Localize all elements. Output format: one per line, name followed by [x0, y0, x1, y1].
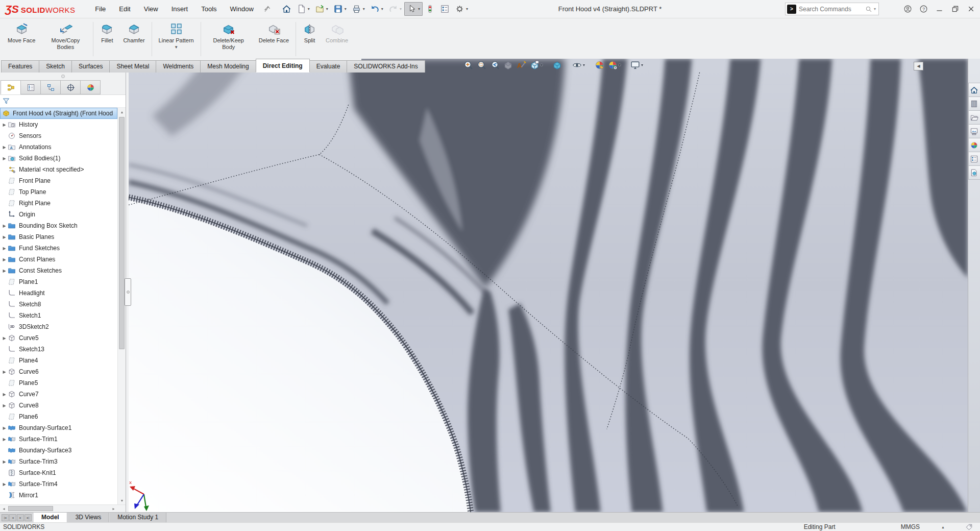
edit-appearance-button[interactable]: ▾: [593, 59, 606, 71]
expand-arrow-icon[interactable]: ▶: [1, 224, 8, 228]
feature-tree-item[interactable]: ▶ Headlight: [0, 287, 117, 299]
tree-horizontal-scrollbar[interactable]: ◂ ▸: [0, 504, 126, 512]
apply-scene-button[interactable]: ▾: [606, 59, 622, 71]
expand-arrow-icon[interactable]: ▶: [1, 336, 8, 341]
expand-arrow-icon[interactable]: ▶: [1, 403, 8, 408]
search-dropdown-caret[interactable]: ▾: [874, 7, 876, 11]
section-view-button[interactable]: ▾: [502, 59, 514, 71]
panel-splitter-grip[interactable]: [0, 73, 126, 80]
solidworks-resources-button[interactable]: [968, 165, 980, 180]
feature-tree-item[interactable]: ▶ Basic Planes: [0, 231, 117, 243]
expand-arrow-icon[interactable]: ▶: [1, 123, 8, 127]
expand-arrow-icon[interactable]: ▶: [1, 156, 8, 161]
feature-tree-item[interactable]: ▶ Boundary-Surface3: [0, 445, 117, 456]
feature-tree-item[interactable]: ▶ Const Sketches: [0, 265, 117, 276]
home-button[interactable]: ▾: [279, 2, 294, 16]
panel-collapse-handle[interactable]: [125, 278, 131, 306]
menu-item[interactable]: Insert: [165, 1, 195, 18]
ribbon-tool[interactable]: Linear Pattern ▼: [154, 19, 199, 59]
dropdown-caret-icon[interactable]: ▾: [619, 63, 621, 67]
pin-menu-icon[interactable]: [263, 5, 271, 13]
feature-tree-item[interactable]: ▶ History: [0, 119, 117, 130]
configurationmanager-tab[interactable]: [40, 80, 61, 94]
file-explorer-button[interactable]: [968, 110, 980, 125]
tree-vertical-scrollbar[interactable]: ▲ ▼: [117, 108, 126, 504]
command-search[interactable]: > ▾: [785, 3, 879, 15]
dropdown-caret-icon[interactable]: ▾: [641, 63, 643, 67]
expand-arrow-icon[interactable]: ▶: [1, 269, 8, 273]
model-tab[interactable]: Motion Study 1: [109, 513, 166, 522]
file-properties-button[interactable]: ▾: [437, 2, 452, 16]
tags-icon[interactable]: [965, 523, 973, 531]
rebuild-button[interactable]: ▾: [423, 2, 437, 16]
ribbon-tool[interactable]: Delete/Keep Body ▼: [203, 19, 254, 59]
ribbon-tool[interactable]: Split ▼: [298, 19, 321, 59]
propertymanager-tab[interactable]: [20, 80, 41, 94]
command-tab[interactable]: Direct Editing: [256, 59, 310, 73]
custom-properties-button[interactable]: [968, 152, 980, 166]
restore-button[interactable]: [947, 2, 963, 17]
feature-tree-item[interactable]: ▶ Sketch13: [0, 344, 117, 355]
tab-nav-button[interactable]: ▸: [17, 514, 24, 521]
undo-button[interactable]: ▾: [368, 2, 386, 16]
displaymanager-tab[interactable]: [80, 80, 101, 94]
command-tab[interactable]: Surfaces: [71, 60, 110, 73]
feature-tree-item[interactable]: ▶ Curve6: [0, 366, 117, 377]
dropdown-caret-icon[interactable]: ▾: [541, 63, 543, 67]
feature-tree-item[interactable]: ▶ Mirror1: [0, 490, 117, 501]
redo-button[interactable]: ▾: [386, 2, 404, 16]
expand-arrow-icon[interactable]: ▶: [1, 426, 8, 430]
expand-arrow-icon[interactable]: ▶: [1, 246, 8, 251]
feature-tree-item[interactable]: ▶ Boundary-Surface1: [0, 422, 117, 433]
feature-tree-item[interactable]: ▶ Curve5: [0, 332, 117, 344]
feature-tree-item[interactable]: ▶ Sketch1: [0, 310, 117, 321]
new-document-button[interactable]: ▾: [294, 2, 312, 16]
feature-tree-item[interactable]: ▶ Curve8: [0, 400, 117, 411]
view-orientation-button[interactable]: ▾: [528, 59, 544, 71]
feature-tree-item[interactable]: ▶ Const Planes: [0, 254, 117, 265]
expand-arrow-icon[interactable]: ▶: [1, 437, 8, 442]
feature-tree-item[interactable]: ▶ Plane5: [0, 377, 117, 389]
view-settings-button[interactable]: ▾: [629, 59, 644, 71]
menu-item[interactable]: View: [137, 1, 165, 18]
dropdown-caret-icon[interactable]: ▾: [326, 7, 328, 11]
scroll-up-icon[interactable]: ▲: [118, 108, 126, 116]
save-button[interactable]: ▾: [331, 2, 349, 16]
feature-tree-item[interactable]: ▶ Origin: [0, 209, 117, 220]
feature-tree-item[interactable]: ▶ Fund Sketches: [0, 243, 117, 254]
command-tab[interactable]: Sheet Metal: [109, 60, 156, 73]
expand-arrow-icon[interactable]: ▶: [1, 482, 8, 487]
appearances-scenes-button[interactable]: [968, 138, 980, 152]
command-tab[interactable]: Mesh Modeling: [200, 60, 256, 73]
expand-arrow-icon[interactable]: ▶: [1, 370, 8, 374]
model-view-zebra-stripes[interactable]: x: [129, 59, 968, 512]
feature-tree-item[interactable]: ▶ Annotations: [0, 141, 117, 153]
search-input[interactable]: [799, 6, 865, 13]
scroll-left-icon[interactable]: ◂: [0, 505, 8, 512]
ribbon-tool[interactable]: Combine ▼: [321, 19, 353, 59]
dropdown-caret-icon[interactable]: ▾: [308, 7, 310, 11]
expand-arrow-icon[interactable]: ▶: [1, 460, 8, 464]
feature-tree-item[interactable]: ▶ Material <not specified>: [0, 164, 117, 175]
dropdown-caret-icon[interactable]: ▾: [583, 63, 585, 67]
ribbon-tool[interactable]: Delete Face ▼: [254, 19, 293, 59]
scrollbar-thumb[interactable]: [119, 117, 125, 349]
design-library-button[interactable]: [968, 96, 980, 111]
ribbon-tool[interactable]: Move/Copy Bodies ▼: [40, 19, 91, 59]
command-tab[interactable]: Sketch: [39, 60, 72, 73]
account-button[interactable]: [900, 2, 916, 17]
tab-nav-button[interactable]: ◂: [9, 514, 16, 521]
print-button[interactable]: ▾: [349, 2, 368, 16]
command-tab[interactable]: Evaluate: [309, 60, 348, 73]
dimxpertmanager-tab[interactable]: [60, 80, 81, 94]
previous-view-button[interactable]: ▾: [488, 59, 501, 71]
feature-tree-item[interactable]: ▶ Surface-Knit1: [0, 467, 117, 478]
menu-item[interactable]: Tools: [194, 1, 223, 18]
hide-show-annotations-button[interactable]: ▾: [515, 59, 528, 71]
feature-tree-item[interactable]: ▶ Top Plane: [0, 186, 117, 198]
expand-arrow-icon[interactable]: ▶: [1, 145, 8, 150]
help-button[interactable]: [916, 2, 932, 17]
hide-show-items-button[interactable]: ▾: [571, 59, 586, 71]
graphics-area[interactable]: x: [129, 59, 968, 512]
status-units[interactable]: MMGS: [901, 523, 920, 530]
